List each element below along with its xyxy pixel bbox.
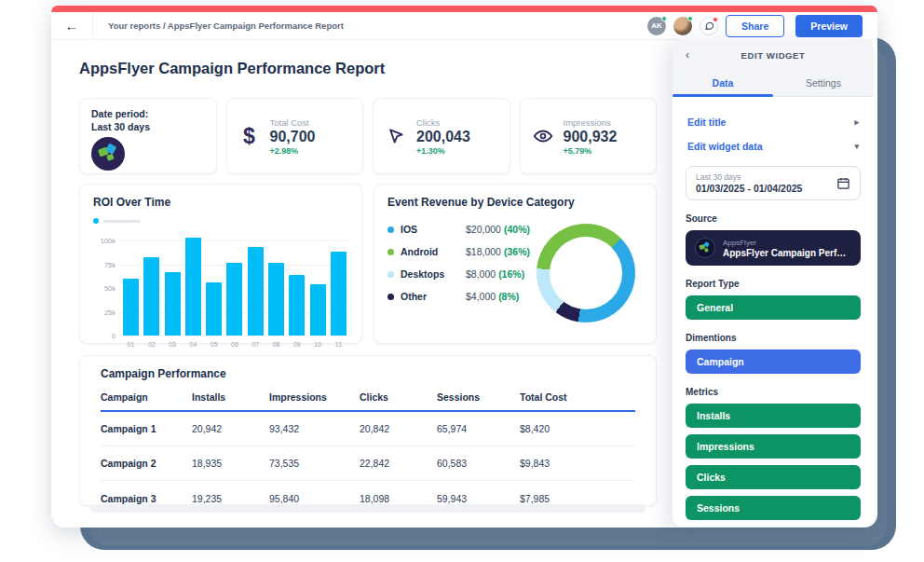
bar[interactable] [310, 284, 326, 336]
charts-row: ROI Over Time 100k75k50k25k0010203040506… [79, 184, 657, 344]
table-cell: Campaign 1 [101, 423, 192, 434]
table-cell: 60,583 [437, 458, 520, 469]
date-preset-label: Last 30 days [696, 172, 802, 182]
kpi-label: Impressions [564, 117, 618, 128]
notification-dot [713, 17, 718, 22]
legend-dot [387, 294, 394, 300]
online-status-dot [687, 16, 693, 21]
donut-legend-row[interactable]: Other $4,000 (8%) [387, 291, 531, 302]
dimensions-label: Dimentions [686, 333, 861, 343]
kpi-card-clicks[interactable]: Clicks 200,043 +1.30% [373, 98, 510, 174]
bar-chart-plot: 100k75k50k25k00102030405060708091011 [119, 231, 348, 336]
report-content: AppsFlyer Campaign Performance Report Da… [79, 47, 657, 506]
bar[interactable] [185, 238, 201, 336]
sidebar-tabs: Data Settings [673, 71, 874, 97]
tab-data[interactable]: Data [673, 71, 773, 96]
topbar-actions: AK Share Preview [647, 15, 863, 37]
bar-column[interactable]: 08 [268, 231, 284, 336]
dimension-pill[interactable]: Campaign [686, 350, 861, 374]
table-header-cell[interactable]: Installs [192, 391, 269, 403]
donut-legend-row[interactable]: Android $18,000 (36%) [387, 246, 531, 257]
x-axis-tick: 10 [314, 341, 321, 348]
bar[interactable] [206, 282, 222, 336]
table-cell: 73,535 [269, 458, 360, 469]
edit-widget-data-label: Edit widget data [687, 141, 763, 152]
donut-legend-row[interactable]: Desktops $8,000 (16%) [387, 268, 531, 280]
table-cell: 59,943 [437, 493, 520, 504]
tab-settings[interactable]: Settings [773, 71, 874, 96]
table-cell: 22,842 [360, 458, 437, 469]
edit-widget-data-link[interactable]: Edit widget data ▾ [686, 134, 861, 158]
bar[interactable] [289, 275, 305, 336]
avatar-initials[interactable]: AK [647, 17, 666, 35]
source-card[interactable]: AppsFlyer AppsFlyer Campaign Performance… [686, 230, 861, 266]
calendar-icon [836, 176, 850, 190]
kpi-card-total-cost[interactable]: $ Total Cost 90,700 +2.98% [226, 98, 364, 174]
device-revenue-chart-card[interactable]: Event Revenue by Device Category IOS $20… [374, 184, 657, 344]
date-period-value: Last 30 days [91, 121, 205, 132]
table-header-cell[interactable]: Impressions [269, 391, 360, 403]
bar[interactable] [143, 257, 159, 336]
report-type-pill[interactable]: General [686, 295, 861, 320]
metric-pill-impressions[interactable]: Impressions [686, 434, 861, 459]
bar-column[interactable]: 05 [206, 231, 222, 336]
avatar-photo[interactable] [673, 17, 692, 35]
bar-column[interactable]: 11 [331, 231, 346, 336]
breadcrumb[interactable]: Your reports / AppsFlyer Campaign Perfor… [108, 21, 647, 31]
metric-pill-installs[interactable]: Installs [686, 404, 861, 428]
table-cell: 18,098 [360, 493, 437, 504]
x-axis-tick: 08 [273, 341, 280, 348]
share-button[interactable]: Share [726, 15, 784, 37]
table-cell: 93,432 [269, 423, 360, 434]
bar-column[interactable]: 02 [143, 231, 159, 336]
app-stage: ← Your reports / AppsFlyer Campaign Perf… [0, 0, 924, 562]
donut-legend-row[interactable]: IOS $20,000 (40%) [387, 224, 531, 235]
source-vendor: AppsFlyer [723, 239, 851, 247]
kpi-delta: +5.79% [564, 146, 618, 156]
table-cell: Campaign 2 [101, 458, 192, 469]
avatar-initials-text: AK [651, 21, 662, 30]
bar-column[interactable]: 01 [123, 231, 139, 336]
roi-over-time-chart-card[interactable]: ROI Over Time 100k75k50k25k0010203040506… [79, 184, 362, 344]
bar-column[interactable]: 03 [165, 231, 181, 336]
x-axis-tick: 04 [189, 341, 197, 348]
sidebar-back-chevron-icon[interactable]: ‹ [686, 48, 689, 62]
bar-column[interactable]: 06 [226, 231, 242, 336]
bar[interactable] [165, 272, 181, 336]
date-period-card[interactable]: Date period: Last 30 days [79, 98, 217, 174]
kpi-value: 900,932 [564, 129, 618, 145]
table-cell: 20,842 [360, 423, 437, 434]
comments-icon[interactable] [700, 17, 718, 35]
back-arrow-icon[interactable]: ← [51, 18, 92, 34]
table-header-cell[interactable]: Sessions [437, 391, 520, 403]
metric-pill-sessions[interactable]: Sessions [686, 496, 861, 520]
bar[interactable] [268, 263, 284, 336]
kpi-value: 90,700 [270, 129, 316, 145]
bar-column[interactable]: 10 [310, 231, 326, 336]
bar[interactable] [331, 252, 346, 336]
horizontal-scrollbar-track[interactable] [89, 504, 645, 513]
bar[interactable] [248, 247, 264, 336]
table-header-cell[interactable]: Total Cost [520, 391, 635, 403]
gridline [119, 336, 348, 336]
bar-column[interactable]: 09 [289, 231, 305, 336]
bar-column[interactable]: 07 [248, 231, 264, 336]
bar-column[interactable]: 04 [185, 231, 201, 336]
edit-title-link[interactable]: Edit title ▸ [686, 110, 861, 134]
metric-pill-clicks[interactable]: Clicks [686, 465, 861, 489]
table-header-cell[interactable]: Campaign [101, 391, 192, 403]
bar[interactable] [123, 279, 139, 336]
metrics-label: Metrics [686, 387, 861, 397]
bar[interactable] [226, 263, 242, 336]
table-header-cell[interactable]: Clicks [360, 391, 437, 403]
kpi-card-impressions[interactable]: Impressions 900,932 +5.79% [520, 98, 658, 174]
legend-label: Android [401, 246, 458, 257]
preview-button[interactable]: Preview [795, 15, 863, 37]
legend-line [103, 220, 141, 223]
appsflyer-logo [91, 137, 125, 171]
legend-label: Desktops [401, 268, 458, 280]
online-status-dot [661, 16, 667, 21]
table-row[interactable]: Campaign 120,94293,43220,84265,974$8,420 [101, 412, 635, 446]
table-row[interactable]: Campaign 218,93573,53522,84260,583$9,843 [101, 446, 635, 481]
date-range-field[interactable]: Last 30 days 01/03/2025 - 01/04/2025 [686, 166, 861, 200]
